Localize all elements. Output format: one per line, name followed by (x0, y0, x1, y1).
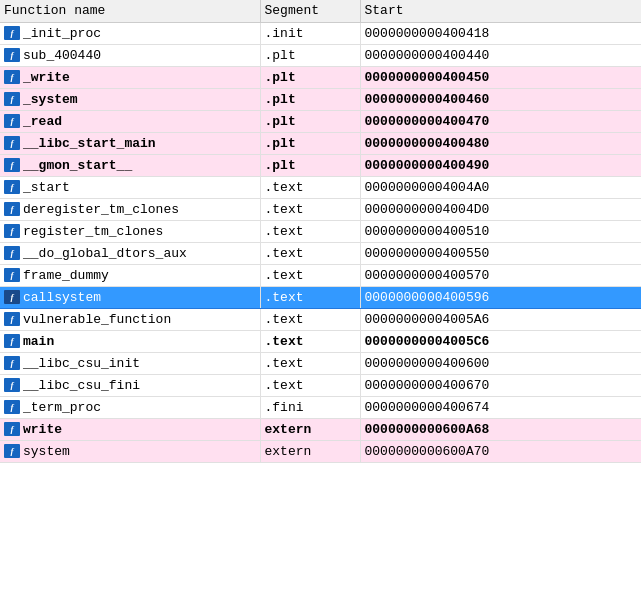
function-icon: f (4, 422, 20, 436)
function-name-cell: f_system (0, 88, 260, 110)
start-address-cell: 0000000000600A70 (360, 440, 641, 462)
start-address-cell: 0000000000400440 (360, 44, 641, 66)
function-name-cell: f_start (0, 176, 260, 198)
table-row[interactable]: f_start.text00000000004004A0 (0, 176, 641, 198)
segment-cell: extern (260, 418, 360, 440)
col-header-start: Start (360, 0, 641, 22)
start-address-cell: 0000000000400418 (360, 22, 641, 44)
function-name-text: __libc_start_main (23, 136, 156, 151)
segment-cell: extern (260, 440, 360, 462)
segment-cell: .plt (260, 132, 360, 154)
table-row[interactable]: fregister_tm_clones.text0000000000400510 (0, 220, 641, 242)
function-name-cell: f__libc_start_main (0, 132, 260, 154)
function-icon: f (4, 48, 20, 62)
function-icon: f (4, 136, 20, 150)
function-name-text: register_tm_clones (23, 224, 163, 239)
start-address-cell: 00000000004005A6 (360, 308, 641, 330)
start-address-cell: 00000000004005C6 (360, 330, 641, 352)
table-row[interactable]: fmain.text00000000004005C6 (0, 330, 641, 352)
table-row[interactable]: f__libc_csu_fini.text0000000000400670 (0, 374, 641, 396)
function-list[interactable]: Function name Segment Start f_init_proc.… (0, 0, 641, 593)
start-address-cell: 0000000000400460 (360, 88, 641, 110)
function-name-cell: fframe_dummy (0, 264, 260, 286)
function-name-cell: f__gmon_start__ (0, 154, 260, 176)
segment-cell: .text (260, 308, 360, 330)
function-icon: f (4, 246, 20, 260)
function-name-text: __libc_csu_init (23, 356, 140, 371)
segment-cell: .init (260, 22, 360, 44)
function-name-text: __gmon_start__ (23, 158, 132, 173)
function-name-text: deregister_tm_clones (23, 202, 179, 217)
col-header-function-name: Function name (0, 0, 260, 22)
function-name-cell: fsub_400440 (0, 44, 260, 66)
start-address-cell: 0000000000400670 (360, 374, 641, 396)
segment-cell: .plt (260, 110, 360, 132)
segment-cell: .text (260, 242, 360, 264)
function-name-cell: f_term_proc (0, 396, 260, 418)
start-address-cell: 0000000000600A68 (360, 418, 641, 440)
table-row[interactable]: fframe_dummy.text0000000000400570 (0, 264, 641, 286)
table-row[interactable]: fderegister_tm_clones.text00000000004004… (0, 198, 641, 220)
function-icon: f (4, 224, 20, 238)
function-name-text: _read (23, 114, 62, 129)
segment-cell: .plt (260, 44, 360, 66)
table-row[interactable]: f_system.plt0000000000400460 (0, 88, 641, 110)
table-row[interactable]: f_write.plt0000000000400450 (0, 66, 641, 88)
table-row[interactable]: f_init_proc.init0000000000400418 (0, 22, 641, 44)
function-name-text: _write (23, 70, 70, 85)
function-icon: f (4, 158, 20, 172)
segment-cell: .plt (260, 88, 360, 110)
segment-cell: .text (260, 374, 360, 396)
segment-cell: .text (260, 176, 360, 198)
function-name-cell: f_write (0, 66, 260, 88)
function-name-cell: f__libc_csu_fini (0, 374, 260, 396)
function-icon: f (4, 268, 20, 282)
start-address-cell: 0000000000400600 (360, 352, 641, 374)
start-address-cell: 0000000000400470 (360, 110, 641, 132)
function-name-text: __libc_csu_fini (23, 378, 140, 393)
function-name-text: __do_global_dtors_aux (23, 246, 187, 261)
function-icon: f (4, 114, 20, 128)
function-name-cell: fwrite (0, 418, 260, 440)
table-row[interactable]: f__do_global_dtors_aux.text0000000000400… (0, 242, 641, 264)
function-name-text: sub_400440 (23, 48, 101, 63)
function-name-text: callsystem (23, 290, 101, 305)
segment-cell: .plt (260, 154, 360, 176)
table-row[interactable]: f__libc_csu_init.text0000000000400600 (0, 352, 641, 374)
table-row[interactable]: fwriteextern0000000000600A68 (0, 418, 641, 440)
function-icon: f (4, 92, 20, 106)
function-name-cell: fmain (0, 330, 260, 352)
start-address-cell: 0000000000400570 (360, 264, 641, 286)
table-row[interactable]: fvulnerable_function.text00000000004005A… (0, 308, 641, 330)
table-row[interactable]: fcallsystem.text0000000000400596 (0, 286, 641, 308)
start-address-cell: 00000000004004D0 (360, 198, 641, 220)
start-address-cell: 0000000000400550 (360, 242, 641, 264)
function-icon: f (4, 334, 20, 348)
function-name-cell: f_read (0, 110, 260, 132)
table-row[interactable]: fsystemextern0000000000600A70 (0, 440, 641, 462)
function-icon: f (4, 444, 20, 458)
function-icon: f (4, 378, 20, 392)
segment-cell: .text (260, 352, 360, 374)
table-row[interactable]: f_read.plt0000000000400470 (0, 110, 641, 132)
segment-cell: .plt (260, 66, 360, 88)
function-name-cell: f__do_global_dtors_aux (0, 242, 260, 264)
function-name-cell: fderegister_tm_clones (0, 198, 260, 220)
function-icon: f (4, 26, 20, 40)
function-name-text: write (23, 422, 62, 437)
table-row[interactable]: fsub_400440.plt0000000000400440 (0, 44, 641, 66)
segment-cell: .text (260, 330, 360, 352)
function-name-cell: fvulnerable_function (0, 308, 260, 330)
table-row[interactable]: f__gmon_start__.plt0000000000400490 (0, 154, 641, 176)
function-name-text: system (23, 444, 70, 459)
function-name-text: _init_proc (23, 26, 101, 41)
table-row[interactable]: f_term_proc.fini0000000000400674 (0, 396, 641, 418)
segment-cell: .text (260, 198, 360, 220)
function-icon: f (4, 290, 20, 304)
function-name-cell: fcallsystem (0, 286, 260, 308)
table-row[interactable]: f__libc_start_main.plt0000000000400480 (0, 132, 641, 154)
function-icon: f (4, 70, 20, 84)
start-address-cell: 0000000000400480 (360, 132, 641, 154)
start-address-cell: 0000000000400490 (360, 154, 641, 176)
function-name-text: _start (23, 180, 70, 195)
